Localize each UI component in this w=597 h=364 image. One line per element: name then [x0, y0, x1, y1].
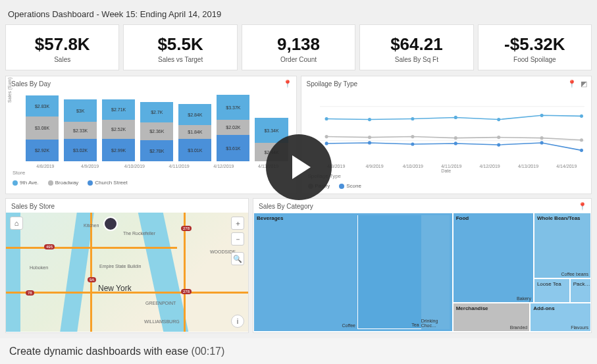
- play-icon: [292, 155, 311, 179]
- road-label: 78: [26, 290, 34, 296]
- bar-col: $2.83K $3.08K $2.92K: [26, 95, 59, 161]
- tm-label: Loose Tea: [537, 281, 561, 287]
- panel-title: Sales By Category: [253, 199, 591, 213]
- kpi-label: Sales By Sq Ft: [363, 56, 470, 63]
- sales-by-store-panel: Sales By Store 78 495 9A 278 278 New Yor…: [5, 198, 249, 333]
- treemap[interactable]: Beverages Coffee Tea Drinking Choc… Food: [253, 213, 591, 332]
- bar-col: $3K $2.33K $3.02K: [64, 99, 97, 161]
- panel-title: Spoilage By Type: [301, 76, 592, 90]
- svg-point-7: [454, 116, 457, 119]
- kpi-sales[interactable]: $57.8K Sales: [5, 24, 119, 70]
- panel-title: Sales By Store: [6, 199, 248, 213]
- map-marker-icon[interactable]: [103, 217, 118, 231]
- kpi-value: $57.8K: [9, 34, 116, 55]
- road-label: 278: [181, 289, 192, 294]
- legend-item[interactable]: Church Street: [88, 180, 127, 186]
- bar-seg: $3K: [64, 99, 97, 122]
- kpi-food-spoilage[interactable]: -$5.32K Food Spoilage: [478, 24, 592, 70]
- x-label: 4/10/2019: [396, 164, 429, 169]
- legend-item[interactable]: Scone: [339, 183, 361, 189]
- bar-seg: $3.02K: [64, 139, 97, 161]
- map-home-button[interactable]: ⌂: [10, 217, 23, 230]
- pin-icon[interactable]: 📍: [578, 202, 587, 211]
- kpi-label: Food Spoilage: [481, 56, 588, 63]
- svg-point-19: [367, 141, 371, 144]
- tm-label: Food: [456, 215, 469, 221]
- road-label: 278: [181, 226, 192, 231]
- kpi-value: -$5.32K: [481, 34, 588, 55]
- kpi-value: $64.21: [363, 34, 470, 55]
- svg-point-14: [454, 136, 457, 140]
- kpi-label: Sales: [9, 56, 116, 63]
- bar-col: $2.7K $2.36K $2.78K: [140, 102, 173, 161]
- page-title: Operations Dashboard - Week 15: Ending A…: [5, 5, 592, 24]
- legend: Pastry Scone: [301, 179, 592, 192]
- svg-point-16: [540, 136, 543, 140]
- svg-point-11: [324, 135, 328, 138]
- pin-icon[interactable]: 📍: [283, 80, 292, 88]
- map-place: Hoboken: [30, 265, 48, 270]
- bottom-row: Sales By Store 78 495 9A 278 278 New Yor…: [5, 198, 592, 333]
- video-caption: Create dynamic dashboards with ease (00:…: [9, 346, 224, 357]
- bar-col: $2.84K $1.84K $3.01K: [178, 104, 211, 161]
- kpi-order-count[interactable]: 9,138 Order Count: [242, 24, 355, 70]
- map-place: GREENPOINT: [145, 301, 176, 305]
- legend-title: Spoilage Type: [301, 173, 592, 179]
- svg-point-4: [324, 117, 328, 120]
- kpi-sales-sqft[interactable]: $64.21 Sales By Sq Ft: [359, 24, 473, 70]
- map-search-button[interactable]: 🔍: [231, 252, 244, 265]
- tm-label: Flavours: [571, 325, 588, 330]
- bar-seg: $2.83K: [26, 95, 59, 117]
- x-label: 4/11/2019: [159, 164, 199, 169]
- bar-seg: $2.36K: [140, 122, 173, 140]
- legend-item[interactable]: Broadway: [48, 180, 79, 186]
- x-label: 4/9/2019: [70, 164, 110, 169]
- svg-point-10: [579, 115, 583, 118]
- bar-chart[interactable]: $2.83K $3.08K $2.92K $3K $2.33K $3.02K $…: [6, 90, 296, 163]
- line-chart[interactable]: 200 100: [301, 90, 592, 163]
- svg-point-17: [579, 138, 583, 142]
- map-place: Kitchen: [84, 223, 99, 228]
- map-place: The Rockefeller: [123, 231, 155, 236]
- tm-label: Coffee: [342, 323, 356, 328]
- tm-label: Pack…: [573, 281, 590, 287]
- spoilage-by-type-panel: Spoilage By Type 📍 ◩ 200 100 4/8: [301, 76, 592, 194]
- sales-by-day-panel: Sales By Day 📍 Sales (Sum) $2.83K $3.08K…: [5, 76, 297, 194]
- svg-point-18: [324, 142, 328, 145]
- map-info-button[interactable]: i: [231, 315, 244, 328]
- tm-label: Merchandise: [456, 305, 488, 311]
- bar-seg: $3.61K: [217, 135, 249, 161]
- map[interactable]: 78 495 9A 278 278 New York Hoboken Empir…: [6, 213, 248, 332]
- bar-seg: $2.52K: [102, 120, 135, 139]
- bar-seg: $2.78K: [140, 140, 173, 161]
- svg-point-20: [411, 142, 414, 145]
- panel-title: Sales By Day: [6, 76, 296, 90]
- chart-toggle-icon[interactable]: ◩: [581, 80, 587, 88]
- x-label: 4/12/2019: [473, 164, 506, 169]
- play-button[interactable]: [266, 134, 332, 200]
- bar-seg: $3.01K: [178, 139, 211, 161]
- map-city-label: New York: [98, 284, 132, 293]
- bar-seg: $2.02K: [217, 120, 249, 135]
- bar-col: $2.71K $2.52K $2.99K: [102, 99, 135, 161]
- legend-item[interactable]: 9th Ave.: [13, 180, 39, 186]
- caption-time: (00:17): [192, 346, 225, 357]
- legend: 9th Ave. Broadway Church Street: [6, 176, 296, 188]
- tm-label: Bakery: [517, 296, 531, 301]
- kpi-value: $5.5K: [126, 34, 234, 55]
- svg-point-15: [497, 136, 500, 139]
- x-label: 4/9/2019: [358, 164, 391, 169]
- svg-point-5: [367, 118, 371, 121]
- svg-point-8: [497, 118, 500, 121]
- map-zoom-out-button[interactable]: －: [231, 232, 244, 246]
- kpi-sales-vs-target[interactable]: $5.5K Sales vs Target: [123, 24, 237, 70]
- tm-label: Drinking Choc…: [421, 319, 448, 328]
- svg-point-13: [411, 135, 414, 138]
- tm-label: Coffee beans: [561, 272, 588, 276]
- tm-label: Branded: [510, 325, 527, 330]
- x-axis-label: Date: [301, 169, 592, 173]
- tm-label: Add-ons: [533, 305, 554, 311]
- bar-seg: $1.84K: [178, 125, 211, 139]
- map-zoom-in-button[interactable]: ＋: [231, 217, 244, 230]
- pin-icon[interactable]: 📍: [567, 80, 577, 88]
